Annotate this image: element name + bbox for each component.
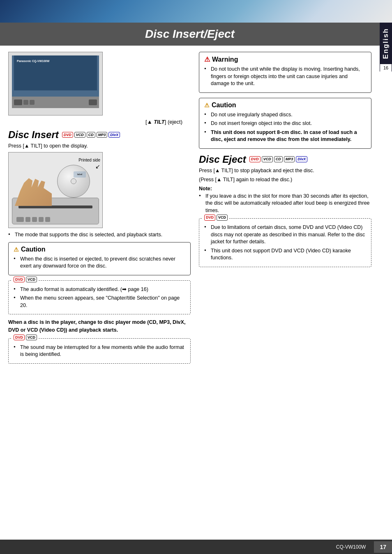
dvd-vcd-sound-box: DVD VCD The sound may be interrupted for…	[8, 338, 191, 364]
dvd-badge-sound-box: DVD	[14, 335, 25, 341]
device-image: Panasonic CQ-VW100W	[8, 52, 103, 115]
dvd-vcd-insert-bullet-2: When the menu screen appears, see "Chapt…	[14, 295, 185, 309]
bottom-page-number: 17	[374, 541, 392, 553]
dvd-vcd-eject-label: DVD VCD	[203, 215, 229, 221]
ctrl-1	[16, 217, 24, 222]
warning-bullets: Do not touch the unit while the display …	[204, 66, 366, 88]
dvd-vcd-sound-label: DVD VCD	[12, 335, 39, 341]
caution-insert-box: ⚠ Caution When the disc is inserted or e…	[8, 242, 191, 275]
disc-eject-title-text: Disc Eject	[199, 154, 246, 165]
caution-right-box: ⚠ Caution Do not use irregularly shaped …	[199, 98, 371, 149]
vcd-badge-insert-box: VCD	[26, 277, 37, 283]
warning-bullet-1: Do not touch the unit while the display …	[204, 66, 366, 88]
warning-box: ⚠ Warning Do not touch the unit while th…	[199, 52, 371, 93]
disc-insert-title-text: Disc Insert	[8, 129, 59, 141]
badge-divx-insert: DivX	[108, 132, 120, 138]
device-controls	[16, 217, 50, 222]
bottom-bar: CQ-VW100W 17	[0, 540, 392, 554]
caution-right-title: ⚠ Caution	[204, 102, 366, 109]
badge-divx-eject: DivX	[296, 156, 307, 162]
dvd-vcd-insert-box: DVD VCD The audio format is automaticall…	[8, 280, 191, 315]
device-button-1	[14, 99, 22, 105]
caution-right-bullet-1: Do not use irregularly shaped discs.	[204, 111, 366, 119]
vcd-badge-sound-box: VCD	[26, 335, 37, 341]
caution-right-bullet-2: Do not insert foreign object into the di…	[204, 120, 366, 127]
badge-dvd-eject: DVD	[249, 156, 261, 162]
ctrl-3	[32, 217, 37, 222]
page-title: Disc Insert/Eject	[0, 28, 380, 41]
warning-title-text: Warning	[212, 56, 238, 63]
tilt-eject-label: [▲ TILT] (eject)	[8, 119, 182, 125]
dvd-vcd-eject-bullet-1: Due to limitations of certain discs, som…	[204, 224, 366, 246]
disc-insert-illustration: label Printed side ↙	[8, 152, 103, 228]
badge-mp3-insert: MP3	[97, 132, 108, 138]
badge-mp3-eject: MP3	[284, 156, 295, 162]
badge-cd-eject: CD	[274, 156, 283, 162]
dvd-vcd-sound-bullets: The sound may be interrupted for a few m…	[14, 344, 185, 358]
disc-insert-badges: DVD VCD CD MP3 DivX	[62, 132, 120, 138]
right-column: ⚠ Warning Do not touch the unit while th…	[199, 52, 371, 368]
warning-icon: ⚠	[204, 55, 210, 63]
main-content: Panasonic CQ-VW100W [▲ TILT] (eject) Dis…	[0, 46, 380, 374]
disc-insert-press: Press [▲ TILT] to open the display.	[8, 143, 191, 149]
caution-insert-title: ⚠ Caution	[14, 246, 185, 253]
tilt-eject-text: ] (eject)	[165, 119, 182, 125]
badge-dvd-insert: DVD	[62, 132, 73, 138]
disc-eject-press2: (Press [▲ TILT] again to reload the disc…	[199, 177, 371, 182]
caution-insert-title-text: Caution	[21, 246, 46, 253]
disc-insert-bullets: The mode that supports the disc is selec…	[8, 231, 191, 239]
disc-eject-title: Disc Eject DVD VCD CD MP3 DivX	[199, 154, 371, 165]
disc-eject-note-bullet-1: If you leave a disc in the slot for more…	[199, 193, 371, 215]
caution-right-title-text: Caution	[212, 102, 236, 109]
dvd-badge-eject-box: DVD	[204, 215, 215, 221]
printed-side-arrow: ↙	[95, 163, 100, 170]
caution-icon-left: ⚠	[14, 246, 19, 253]
language-page-number: 16	[380, 64, 392, 72]
warning-title: ⚠ Warning	[204, 55, 366, 63]
badge-vcd-eject: VCD	[262, 156, 273, 162]
hand-illustration	[15, 175, 52, 206]
dvd-badge-insert-box: DVD	[14, 277, 25, 283]
dvd-vcd-eject-bullet-2: This unit does not support DVD and VCD (…	[204, 247, 366, 262]
ctrl-2	[25, 217, 30, 222]
disc-eject-press1: Press [▲ TILT] to stop playback and ejec…	[199, 168, 371, 173]
ctrl-4	[39, 217, 44, 222]
device-button-2	[23, 100, 28, 105]
dvd-vcd-insert-bullet-1: The audio format is automatically identi…	[14, 286, 185, 293]
device-button-4	[89, 99, 97, 105]
ctrl-5	[45, 217, 50, 222]
badge-cd-insert: CD	[87, 132, 95, 138]
disc-printed-area: label	[74, 171, 86, 178]
dvd-vcd-sound-bullet-1: The sound may be interrupted for a few m…	[14, 344, 185, 358]
dvd-vcd-insert-bullets: The audio format is automatically identi…	[14, 286, 185, 309]
left-column: Panasonic CQ-VW100W [▲ TILT] (eject) Dis…	[8, 52, 191, 368]
dvd-vcd-eject-box: DVD VCD Due to limitations of certain di…	[199, 218, 371, 267]
disc-eject-badges: DVD VCD CD MP3 DivX	[249, 156, 308, 162]
top-decorative-bar	[0, 0, 392, 23]
caution-icon-right: ⚠	[204, 102, 210, 108]
caution-insert-bullet-1: When the disc is inserted or ejected, to…	[14, 256, 185, 270]
disc-player-note: When a disc is in the player, change to …	[8, 319, 191, 334]
disc-insert-title: Disc Insert DVD VCD CD MP3 DivX	[8, 129, 191, 141]
badge-vcd-insert: VCD	[74, 132, 85, 138]
disc-insert-bullet-1: The mode that supports the disc is selec…	[8, 231, 191, 239]
caution-insert-bullets: When the disc is inserted or ejected, to…	[14, 256, 185, 270]
note-label: Note:	[199, 186, 371, 192]
right-sidebar: English 16	[380, 23, 392, 72]
printed-side-text: Printed side	[78, 158, 100, 162]
language-label: English	[382, 25, 390, 62]
bottom-model: CQ-VW100W	[336, 544, 366, 550]
disc-hole	[71, 178, 76, 184]
device-button-3	[30, 100, 35, 105]
printed-side-label: Printed side ↙	[78, 157, 100, 170]
device-slot	[18, 205, 92, 208]
dvd-vcd-insert-label: DVD VCD	[12, 277, 39, 283]
caution-right-bullet-3: This unit does not support 8-cm disc. In…	[204, 129, 366, 143]
dvd-vcd-eject-bullets: Due to limitations of certain discs, som…	[204, 224, 366, 262]
disc-eject-note-bullets: If you leave a disc in the slot for more…	[199, 193, 371, 215]
vcd-badge-eject-box: VCD	[217, 215, 228, 221]
caution-right-bullets: Do not use irregularly shaped discs. Do …	[204, 111, 366, 143]
page-title-bar: Disc Insert/Eject	[0, 23, 380, 46]
device-brand-label: Panasonic CQ-VW100W	[17, 60, 49, 62]
